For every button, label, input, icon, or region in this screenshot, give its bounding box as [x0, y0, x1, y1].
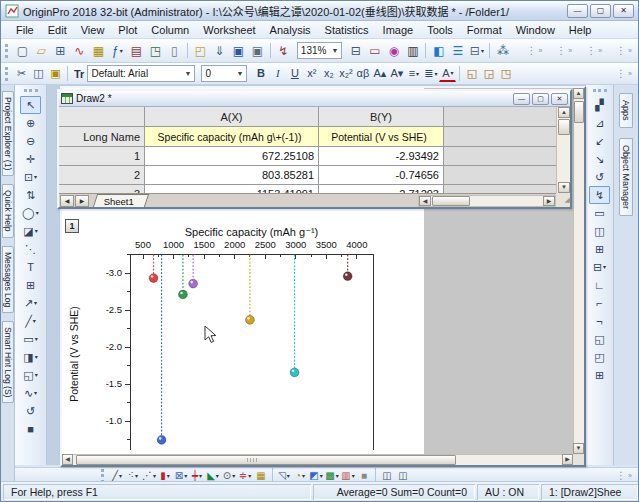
- rotate-3d-tool[interactable]: ↺: [20, 402, 41, 420]
- insert-equation-tool[interactable]: ∿: [20, 384, 41, 402]
- video-icon[interactable]: ▥: [403, 41, 422, 60]
- cell-a[interactable]: 672.25108: [145, 147, 319, 166]
- graph-vertical-scrollbar[interactable]: ▲ ▼: [573, 88, 584, 454]
- menu-analysis[interactable]: Analysis: [263, 23, 318, 37]
- subscript-button[interactable]: x₂: [320, 66, 337, 82]
- scroll-up-icon[interactable]: ▲: [558, 107, 570, 118]
- slideshow-icon[interactable]: ▭: [365, 41, 384, 60]
- image-icon[interactable]: ◉: [384, 41, 403, 60]
- italic-button[interactable]: I: [269, 66, 286, 82]
- new-layer-icon[interactable]: ▭: [589, 204, 610, 222]
- menu-view[interactable]: View: [74, 23, 112, 37]
- menu-format[interactable]: Format: [460, 23, 509, 37]
- zoom-in-tool[interactable]: ⊕: [20, 114, 41, 132]
- polygon-tool[interactable]: ◨: [20, 348, 41, 366]
- new-notes-icon[interactable]: ▯: [165, 41, 184, 60]
- tab-apps[interactable]: Apps: [619, 93, 633, 128]
- extract-layers-icon[interactable]: ◰: [589, 348, 610, 366]
- minimize-button[interactable]: —: [513, 93, 530, 105]
- tab-object-manager[interactable]: Object Manager: [619, 138, 633, 216]
- cell-b[interactable]: -0.74656: [319, 166, 444, 185]
- cluster-select-tool[interactable]: ⋱: [20, 240, 41, 258]
- insert-graph-tool[interactable]: ◱: [20, 366, 41, 384]
- add-top-x-layer-icon[interactable]: ¬: [589, 312, 610, 330]
- toolbar-grip[interactable]: [5, 67, 9, 81]
- font-family-combo[interactable]: Default: Arial ▼: [87, 65, 195, 82]
- toolbar-overflow-button[interactable]: »: [556, 45, 572, 56]
- toolbar-overflow-button[interactable]: »: [586, 45, 602, 56]
- data-cursor-tool[interactable]: ⇅: [20, 186, 41, 204]
- column-header-b[interactable]: B(Y): [319, 107, 444, 127]
- save-template-icon[interactable]: ▣: [248, 41, 267, 60]
- tab-smart-hint-log[interactable]: Smart Hint Log (S): [2, 321, 14, 403]
- close-button[interactable]: ✕: [551, 93, 568, 105]
- menu-tools[interactable]: Tools: [420, 23, 460, 37]
- scroll-down-icon[interactable]: ▼: [558, 182, 570, 193]
- supersubscript-button[interactable]: x₂²: [337, 66, 354, 82]
- font-size-combo[interactable]: 0 ▼: [201, 65, 247, 82]
- menu-window[interactable]: Window: [509, 23, 562, 37]
- copy-icon[interactable]: ◫: [30, 66, 47, 82]
- worksheet-horizontal-scrollbar[interactable]: ◀ ▶: [418, 195, 556, 207]
- scroll-up-icon[interactable]: ▲: [573, 88, 584, 99]
- region-select-tool[interactable]: ◯: [20, 204, 41, 222]
- scroll-left-icon[interactable]: ◀: [62, 454, 73, 465]
- cell-b[interactable]: -2.71293: [319, 185, 444, 193]
- exchange-xy-icon[interactable]: ↺: [589, 168, 610, 186]
- add-right-y-layer-icon[interactable]: ⌐: [589, 294, 610, 312]
- open-excel-icon[interactable]: ◳: [146, 41, 165, 60]
- long-name-b[interactable]: Potential (V vs SHE): [319, 127, 444, 147]
- rerun-analysis-icon[interactable]: ↯: [589, 186, 610, 204]
- zoom-out-tool[interactable]: ⊖: [20, 132, 41, 150]
- folder-tree-icon[interactable]: ⁂: [493, 41, 512, 60]
- 3d-object-tool[interactable]: ■: [20, 420, 41, 438]
- new-workbook-icon[interactable]: ⊞: [51, 41, 70, 60]
- tab-project-explorer[interactable]: Project Explorer (1): [2, 91, 14, 176]
- row-header[interactable]: Long Name: [59, 127, 145, 147]
- bold-button[interactable]: B: [252, 66, 269, 82]
- add-inset-layer-icon[interactable]: ◱: [589, 330, 610, 348]
- scrollbar-thumb[interactable]: [558, 119, 570, 135]
- cell-b[interactable]: -2.93492: [319, 147, 444, 166]
- tab-messages-log[interactable]: Messages Log: [2, 246, 14, 313]
- annotation-tool[interactable]: ⊡: [20, 168, 41, 186]
- graph-horizontal-scrollbar[interactable]: ◀ ▶: [62, 454, 573, 465]
- sheet-nav-right-icon[interactable]: ▶: [75, 195, 89, 207]
- worksheet-titlebar[interactable]: Draw2 * —▢✕: [59, 91, 570, 107]
- open-icon[interactable]: ▱: [32, 41, 51, 60]
- line-tool[interactable]: ╱: [20, 312, 41, 330]
- scroll-right-icon[interactable]: ▶: [562, 454, 573, 465]
- font-color-button[interactable]: A: [439, 66, 456, 82]
- arrow-tool[interactable]: ↗: [20, 294, 41, 312]
- restore-button[interactable]: ▢: [590, 4, 611, 18]
- add-left-y-layer-icon[interactable]: ∟: [589, 276, 610, 294]
- close-button[interactable]: ✕: [613, 4, 634, 18]
- scrollbar-thumb[interactable]: [574, 101, 584, 123]
- scroll-down-icon[interactable]: ▼: [573, 443, 584, 454]
- results-log-icon[interactable]: ☰: [448, 41, 467, 60]
- toolbar-grip[interactable]: [24, 89, 38, 93]
- print-icon[interactable]: ⊟: [346, 41, 365, 60]
- layer-1-badge[interactable]: 1: [65, 219, 79, 233]
- mask-tool[interactable]: ◪: [20, 222, 41, 240]
- menu-column[interactable]: Column: [144, 23, 196, 37]
- insert-sparklines-icon[interactable]: ◳: [497, 66, 514, 82]
- resize-grip[interactable]: ◢: [556, 193, 570, 207]
- new-function-icon[interactable]: ƒ: [108, 41, 127, 60]
- menu-plot[interactable]: Plot: [111, 23, 144, 37]
- superscript-button[interactable]: x²: [303, 66, 320, 82]
- cut-icon[interactable]: ✂: [13, 66, 30, 82]
- toolbar-overflow-button[interactable]: »: [616, 45, 632, 56]
- menu-image[interactable]: Image: [376, 23, 421, 37]
- cell-a[interactable]: 1153.41991: [145, 185, 319, 193]
- new-project-icon[interactable]: ▢: [13, 41, 32, 60]
- row-header[interactable]: 3: [59, 185, 145, 193]
- layer-4panel-icon[interactable]: ⊞: [589, 240, 610, 258]
- arrange-layers-icon[interactable]: ⊞: [589, 366, 610, 384]
- digitizer-icon[interactable]: ↯: [274, 41, 293, 60]
- row-header[interactable]: 1: [59, 147, 145, 166]
- open-folder-icon[interactable]: ◰: [191, 41, 210, 60]
- scroll-right-icon[interactable]: ▶: [543, 196, 555, 206]
- menu-statistics[interactable]: Statistics: [318, 23, 376, 37]
- graph-plot[interactable]: Specific capacity (mAh g⁻¹)Potential (V …: [64, 216, 424, 450]
